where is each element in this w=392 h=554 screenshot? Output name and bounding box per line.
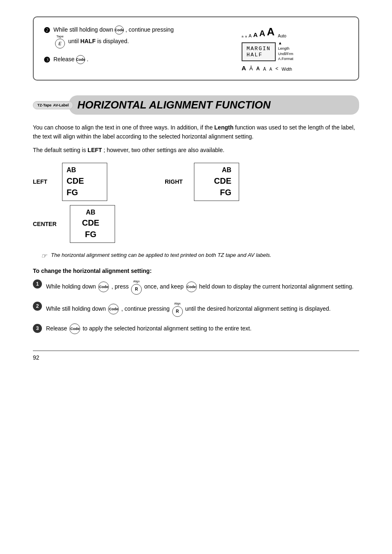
align-center-label: CENTER xyxy=(33,221,57,227)
step3-t2: to apply the selected horizontal alignme… xyxy=(83,325,251,332)
body-text1-bold: Length xyxy=(214,124,234,131)
label-undl: Undl/Frm xyxy=(278,51,293,57)
bc1: A xyxy=(242,65,246,72)
step3-t1: Release xyxy=(46,325,67,332)
step1-t4: held down to display the current horizon… xyxy=(199,283,354,290)
top-box-left: ❷ While still holding down Code , contin… xyxy=(44,25,225,71)
step2-t3: until the desired horizontal alignment s… xyxy=(185,305,331,312)
top-step3-text: Release Code . xyxy=(53,55,88,64)
top-box-right: a a A A A A Auto MARGIN HALF ▲ Length Un… xyxy=(242,25,348,72)
tag-av: AV-Label xyxy=(53,103,69,107)
step2-r-btn: Align R xyxy=(172,301,183,317)
step1-code-btn2: Code xyxy=(186,282,197,292)
top-step-3-row: ❸ Release Code . xyxy=(44,55,225,65)
bc2: Ā xyxy=(249,65,253,72)
step2-circle: 2 xyxy=(33,302,42,311)
step1-code-btn: Code xyxy=(98,282,109,292)
align-right-l1: AB xyxy=(198,166,231,175)
align-right-label: RIGHT xyxy=(165,178,187,185)
top-step3-num: ❸ xyxy=(44,55,50,65)
body-text2: The default setting is xyxy=(33,147,86,153)
body-text1: You can choose to align the text in one … xyxy=(33,124,213,131)
tag-tz: TZ-Tape xyxy=(37,103,51,107)
auto-label: Auto xyxy=(278,34,286,38)
top-instruction-box: ❷ While still holding down Code , contin… xyxy=(33,16,359,81)
step1-t2: , press xyxy=(111,283,129,290)
fs-char4: A xyxy=(253,31,258,38)
align-center-l1: AB xyxy=(74,208,107,217)
lcd-row1: MARGIN xyxy=(247,46,271,52)
note-row: ☞ The horizontal alignment setting can b… xyxy=(41,251,359,261)
align-center-item: CENTER AB CDE FG xyxy=(33,205,359,243)
tape-e-button: Tape E xyxy=(55,35,65,48)
body-para2: The default setting is LEFT ; however, t… xyxy=(33,145,359,155)
lcd-wrapper: MARGIN HALF ▲ Length Undl/Frm A.Format xyxy=(242,41,348,62)
step1-circle: 1 xyxy=(33,279,42,289)
step2-r-circle: R xyxy=(172,306,183,317)
top-step2-text1: While still holding down xyxy=(53,26,113,33)
align-left-label: LEFT xyxy=(33,178,55,185)
align-center-l3: FG xyxy=(74,229,107,240)
align-left-l3: FG xyxy=(67,187,99,198)
lcd-right-area: ▲ Length Undl/Frm A.Format xyxy=(278,41,293,62)
tape-label: Tape xyxy=(56,35,63,38)
align-center-box: AB CDE FG xyxy=(70,205,115,243)
step2-align-label: Align xyxy=(174,301,181,306)
step2-code-btn: Code xyxy=(108,304,119,314)
code-button-top2: Code xyxy=(76,55,85,64)
fs-char1: a xyxy=(242,35,243,38)
fs-char6: A xyxy=(267,25,275,38)
top-step2-until: until xyxy=(68,38,79,44)
steps-heading: To change the horizontal alignment setti… xyxy=(33,268,359,274)
step1-item: 1 While holding down Code , press Align … xyxy=(33,279,359,295)
bottom-char-row: A Ā A Ā A < Width xyxy=(242,65,348,72)
step2-t2: , continue pressing xyxy=(121,305,170,312)
arrow-up: ▲ xyxy=(278,41,282,45)
align-left-l2: CDE xyxy=(67,175,99,187)
step1-t3: once, and keep xyxy=(144,283,184,290)
top-step2-bold: HALF xyxy=(80,38,95,44)
font-size-row: a a A A A A Auto xyxy=(242,25,348,38)
bc5: A xyxy=(270,67,272,72)
step1-text: While holding down Code , press Align R … xyxy=(46,279,359,295)
step3-num: 3 xyxy=(36,325,39,331)
step3-circle: 3 xyxy=(33,324,42,333)
align-right-box: AB CDE FG xyxy=(194,163,239,201)
step1-num: 1 xyxy=(36,281,39,287)
bc4: Ā xyxy=(263,67,266,72)
step2-num: 2 xyxy=(36,303,39,309)
top-step3-release: Release xyxy=(53,56,74,62)
top-step-2-row: ❷ While still holding down Code , contin… xyxy=(44,25,225,48)
top-step3-end: . xyxy=(87,56,88,62)
step3-code-btn: Code xyxy=(69,323,80,334)
step3-text: Release Code to apply the selected horiz… xyxy=(46,323,359,334)
top-step2-mid: , continue pressing xyxy=(125,26,174,33)
step3-item: 3 Release Code to apply the selected hor… xyxy=(33,323,359,334)
align-right-l2: CDE xyxy=(198,175,231,187)
step1-t1: While holding down xyxy=(46,283,96,290)
lcd-right-labels: Length Undl/Frm A.Format xyxy=(278,45,293,62)
align-left-box: AB CDE FG xyxy=(62,163,107,201)
lcd-row2: HALF xyxy=(247,52,271,58)
step2-item: 2 While still holding down Code , contin… xyxy=(33,301,359,317)
align-right-l3: FG xyxy=(198,187,231,198)
section-heading: TZ-Tape AV-Label HORIZONTAL ALIGNMENT FU… xyxy=(33,95,359,115)
fs-char3: A xyxy=(249,33,251,38)
body-para1: You can choose to align the text in one … xyxy=(33,123,359,141)
note-icon: ☞ xyxy=(41,251,47,261)
body-text2-bold: LEFT xyxy=(88,147,102,153)
align-demo: LEFT AB CDE FG RIGHT AB CDE FG xyxy=(33,163,359,201)
align-center-l2: CDE xyxy=(74,217,107,229)
section-tag: TZ-Tape AV-Label xyxy=(33,101,73,109)
fs-char5: A xyxy=(259,29,265,38)
align-right-item: RIGHT AB CDE FG xyxy=(165,163,239,201)
section-title: HORIZONTAL ALIGNMENT FUNCTION xyxy=(69,95,359,115)
step1-align-label: Align xyxy=(133,279,140,284)
e-circle: E xyxy=(55,39,65,48)
align-left-l1: AB xyxy=(67,166,99,175)
body-text2-rest: ; however, two other settings are also a… xyxy=(104,147,224,153)
label-length: Length xyxy=(278,46,293,51)
fs-char2: a xyxy=(245,35,247,38)
step2-t1: While still holding down xyxy=(46,305,106,312)
top-step2-text: While still holding down Code , continue… xyxy=(53,25,174,48)
